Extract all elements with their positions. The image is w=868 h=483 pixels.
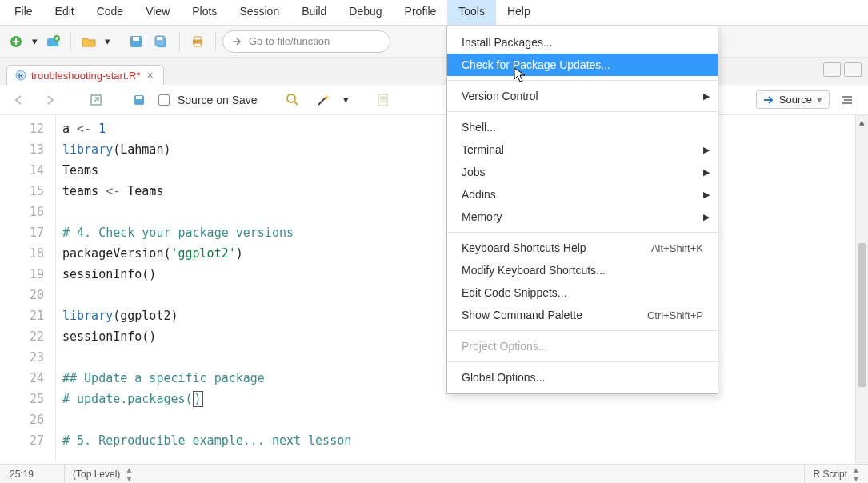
show-in-new-window-icon[interactable]: [85, 89, 107, 111]
toolbar-separator: [215, 32, 216, 51]
toolbar-separator: [118, 32, 118, 51]
updown-icon: ▲▼: [125, 465, 133, 483]
nav-forward-icon[interactable]: [38, 89, 61, 111]
scroll-up-icon[interactable]: ▴: [856, 115, 868, 128]
menu-item-label: Show Command Palette: [462, 309, 582, 321]
code-editor[interactable]: 12131415161718192021222324252627 a <- 1l…: [0, 115, 868, 483]
scrollbar-thumb[interactable]: [858, 243, 866, 387]
notebook-icon[interactable]: [371, 89, 394, 111]
outline-icon[interactable]: [836, 89, 858, 111]
source-on-save-label: Source on Save: [178, 94, 258, 106]
svg-rect-4: [133, 37, 139, 41]
open-file-icon[interactable]: [78, 30, 100, 53]
code-line[interactable]: # 5. Reproducible example... next lesson: [62, 430, 862, 451]
source-button-label: Source: [779, 94, 812, 106]
menu-item-addins[interactable]: Addins▶: [447, 183, 718, 206]
goto-file-input[interactable]: Go to file/function: [222, 30, 390, 53]
menu-session[interactable]: Session: [228, 0, 290, 25]
maximize-pane-icon[interactable]: [844, 62, 862, 77]
menu-item-global-options[interactable]: Global Options...: [447, 366, 718, 389]
menu-separator: [447, 232, 718, 233]
menu-view[interactable]: View: [134, 0, 181, 25]
menu-item-modify-keyboard-shortcuts[interactable]: Modify Keyboard Shortcuts...: [447, 259, 718, 281]
tab-close-icon[interactable]: ×: [146, 69, 155, 82]
new-file-caret[interactable]: ▾: [30, 35, 38, 47]
nav-back-icon[interactable]: [8, 89, 30, 111]
menu-item-project-options: Project Options...: [447, 335, 718, 357]
menu-help[interactable]: Help: [496, 0, 542, 25]
menu-item-memory[interactable]: Memory▶: [447, 206, 718, 228]
menu-item-label: Memory: [462, 210, 502, 223]
svg-text:R: R: [18, 72, 23, 79]
open-file-caret[interactable]: ▾: [103, 35, 111, 47]
menu-item-version-control[interactable]: Version Control▶: [447, 85, 718, 107]
save-icon[interactable]: [125, 30, 147, 53]
menu-plots[interactable]: Plots: [181, 0, 228, 25]
line-number: 13: [0, 139, 55, 160]
menubar: FileEditCodeViewPlotsSessionBuildDebugPr…: [0, 0, 868, 26]
wand-icon[interactable]: [312, 89, 334, 111]
svg-point-16: [287, 94, 295, 102]
menu-item-label: Terminal: [462, 143, 504, 156]
menu-separator: [447, 80, 718, 81]
menu-tools[interactable]: Tools: [447, 0, 496, 25]
wand-caret[interactable]: ▾: [342, 94, 350, 106]
line-number: 21: [0, 305, 55, 326]
statusbar: 25:19 (Top Level) ▲▼ R Script ▲▼: [0, 464, 868, 483]
editor-tabstrip: R troubleshooting-start.R* ×: [0, 58, 868, 85]
menu-item-label: Edit Code Snippets...: [462, 286, 567, 299]
save-file-icon[interactable]: [128, 89, 150, 111]
menu-item-label: Shell...: [462, 121, 496, 134]
submenu-arrow-icon: ▶: [703, 91, 710, 102]
menu-item-terminal[interactable]: Terminal▶: [447, 138, 718, 161]
scope-selector[interactable]: (Top Level) ▲▼: [64, 465, 141, 483]
menu-build[interactable]: Build: [290, 0, 338, 25]
text-cursor: ): [193, 391, 203, 407]
source-caret[interactable]: ▾: [817, 94, 822, 106]
vertical-scrollbar[interactable]: ▴ ▾: [855, 115, 868, 483]
save-all-icon[interactable]: [150, 30, 173, 53]
menu-separator: [447, 330, 718, 331]
updown-icon: ▲▼: [852, 465, 860, 483]
menu-debug[interactable]: Debug: [338, 0, 393, 25]
pane-controls: [823, 62, 862, 77]
main-toolbar: ▾ ▾ Go to file/function: [0, 26, 868, 58]
menu-item-install-packages[interactable]: Install Packages...: [447, 31, 718, 54]
line-number: 12: [0, 118, 55, 139]
new-file-icon[interactable]: [5, 30, 27, 53]
print-icon[interactable]: [186, 30, 209, 53]
code-line[interactable]: [62, 409, 862, 430]
menu-item-label: Modify Keyboard Shortcuts...: [462, 264, 606, 277]
filetype-selector[interactable]: R Script ▲▼: [804, 465, 868, 483]
menu-item-edit-code-snippets[interactable]: Edit Code Snippets...: [447, 281, 718, 304]
menu-item-label: Install Packages...: [462, 36, 553, 49]
line-number: 19: [0, 264, 55, 285]
menu-profile[interactable]: Profile: [394, 0, 448, 25]
menu-item-label: Addins: [462, 188, 496, 201]
menu-item-shell[interactable]: Shell...: [447, 116, 718, 138]
editor-tab[interactable]: R troubleshooting-start.R* ×: [6, 65, 164, 85]
tools-menu-dropdown: Install Packages...Check for Package Upd…: [446, 26, 718, 394]
menu-item-check-for-package-updates[interactable]: Check for Package Updates...: [447, 54, 718, 76]
line-number: 27: [0, 430, 55, 451]
line-number: 18: [0, 243, 55, 264]
line-number: 20: [0, 285, 55, 305]
menu-item-keyboard-shortcuts-help[interactable]: Keyboard Shortcuts HelpAlt+Shift+K: [447, 237, 718, 259]
line-number: 23: [0, 347, 55, 368]
new-project-icon[interactable]: [42, 30, 64, 53]
minimize-pane-icon[interactable]: [823, 62, 841, 77]
goto-arrow-icon: [231, 36, 242, 47]
menu-item-label: Global Options...: [462, 371, 545, 384]
source-button[interactable]: Source ▾: [756, 90, 830, 109]
menu-file[interactable]: File: [3, 0, 44, 25]
menu-code[interactable]: Code: [86, 0, 134, 25]
find-icon[interactable]: [282, 89, 304, 111]
menu-item-label: Keyboard Shortcuts Help: [462, 242, 586, 254]
toolbar-separator: [70, 32, 71, 51]
menu-edit[interactable]: Edit: [44, 0, 86, 25]
menu-item-label: Project Options...: [462, 340, 547, 353]
menu-item-show-command-palette[interactable]: Show Command PaletteCtrl+Shift+P: [447, 304, 718, 326]
menu-item-jobs[interactable]: Jobs▶: [447, 161, 718, 183]
line-gutter: 12131415161718192021222324252627: [0, 115, 56, 483]
source-on-save-checkbox[interactable]: [158, 94, 170, 106]
